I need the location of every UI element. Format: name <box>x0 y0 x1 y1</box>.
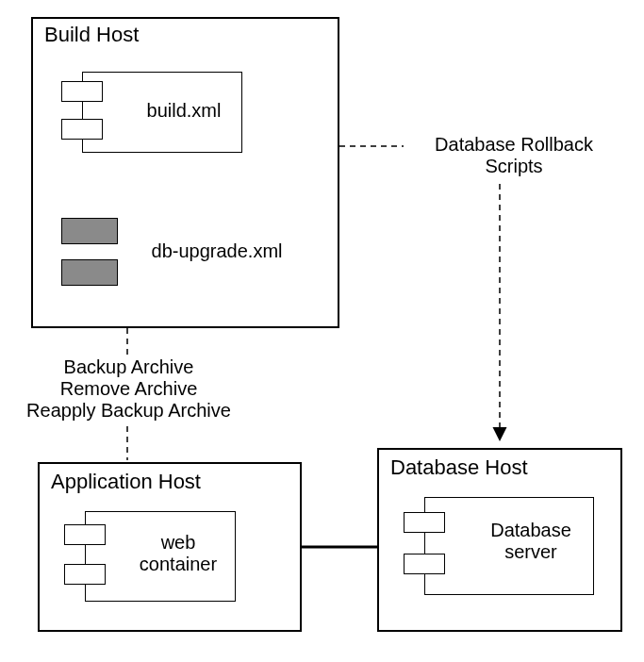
component-label-database-server: Database server <box>460 520 602 563</box>
node-title-application-host: Application Host <box>51 470 201 494</box>
node-build-host: Build Host build.xml db-upgrade.xml <box>31 17 339 328</box>
component-web-container: web container <box>64 511 253 605</box>
node-title-build-host: Build Host <box>44 23 139 47</box>
component-db-upgrade-xml: db-upgrade.xml <box>61 212 288 297</box>
edge-label-backup-archive: Backup Archive Remove Archive Reapply Ba… <box>13 356 244 422</box>
component-label-db-upgrade-xml: db-upgrade.xml <box>137 240 297 262</box>
node-application-host: Application Host web container <box>38 462 302 632</box>
component-label-build-xml: build.xml <box>118 100 250 122</box>
node-title-database-host: Database Host <box>390 455 528 480</box>
component-label-web-container: web container <box>117 532 239 575</box>
node-database-host: Database Host Database server <box>377 448 622 632</box>
component-database-server: Database server <box>404 497 602 601</box>
edge-label-db-rollback-scripts: Database Rollback Scripts <box>405 134 622 177</box>
component-build-xml: build.xml <box>61 72 250 157</box>
